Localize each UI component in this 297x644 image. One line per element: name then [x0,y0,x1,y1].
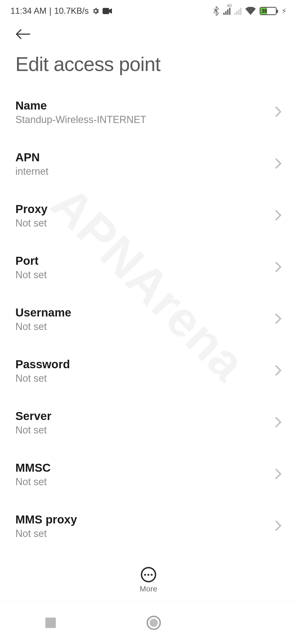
setting-value: internet [15,166,275,177]
page-title: Edit access point [15,53,282,75]
more-icon [141,567,156,582]
setting-label: Proxy [15,203,275,216]
status-network-speed: 10.7KB/s [54,6,89,16]
setting-value: Not set [15,476,275,488]
setting-label: Server [15,410,275,423]
setting-value: Not set [15,528,275,539]
setting-value: Not set [15,373,275,384]
back-button[interactable] [15,27,31,47]
setting-row-username[interactable]: Username Not set [15,293,282,345]
chevron-right-icon [275,261,282,274]
battery-icon: 38 [260,7,277,15]
setting-label: Username [15,306,275,319]
setting-row-server[interactable]: Server Not set [15,397,282,449]
status-left: 11:34 AM | 10.7KB/s [10,6,112,16]
setting-label: MMSC [15,461,275,474]
chevron-right-icon [275,520,282,532]
setting-row-name[interactable]: Name Standup-Wireless-INTERNET [15,86,282,138]
status-bar: 11:34 AM | 10.7KB/s 4G [0,0,297,22]
setting-label: Password [15,358,275,371]
chevron-right-icon [275,313,282,325]
setting-label: APN [15,151,275,164]
bluetooth-icon [213,6,219,16]
gear-icon [92,7,100,15]
signal-sim2-icon [234,7,241,15]
chevron-right-icon [275,417,282,429]
chevron-right-icon [275,210,282,222]
setting-label: Port [15,254,275,268]
setting-row-port[interactable]: Port Not set [15,242,282,293]
setting-row-mmsc[interactable]: MMSC Not set [15,449,282,500]
wifi-icon [245,7,256,15]
chevron-right-icon [275,468,282,481]
settings-list: Name Standup-Wireless-INTERNET APN inter… [0,86,297,552]
chevron-right-icon [275,365,282,377]
setting-value: Not set [15,269,275,281]
status-time: 11:34 AM [10,6,46,16]
status-separator: | [49,6,51,16]
setting-label: MMS proxy [15,513,275,526]
setting-row-proxy[interactable]: Proxy Not set [15,190,282,242]
setting-label: Name [15,99,275,112]
signal-sim1-icon: 4G [223,7,230,15]
signal-sim1-label: 4G [227,3,232,8]
setting-value: Not set [15,321,275,332]
arrow-left-icon [15,29,31,40]
nav-recent-button[interactable] [45,618,56,628]
setting-row-password[interactable]: Password Not set [15,345,282,397]
setting-value: Not set [15,424,275,436]
status-right: 4G 38 ⚡︎ [213,6,287,16]
nav-home-button[interactable] [147,616,161,630]
setting-value: Not set [15,217,275,229]
more-button[interactable]: More [140,567,157,593]
svg-rect-0 [103,8,109,14]
more-label: More [140,585,157,593]
system-nav-bar [0,601,297,644]
chevron-right-icon [275,106,282,118]
setting-value: Standup-Wireless-INTERNET [15,114,275,125]
chevron-right-icon [275,158,282,170]
battery-percent: 38 [262,8,267,14]
setting-row-apn[interactable]: APN internet [15,138,282,190]
charging-icon: ⚡︎ [282,7,287,15]
action-bar: More [0,562,297,601]
setting-row-mms-proxy[interactable]: MMS proxy Not set [15,500,282,552]
video-camera-icon [103,7,112,15]
